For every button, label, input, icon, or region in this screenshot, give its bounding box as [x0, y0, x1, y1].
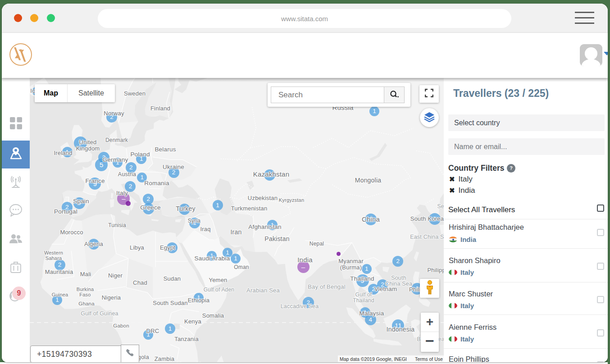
avatar[interactable]	[580, 44, 602, 66]
map-cluster-1[interactable]: 1	[189, 218, 200, 228]
map-cluster-1[interactable]: 1	[143, 330, 153, 340]
filter-chip-label: India	[459, 186, 475, 195]
traveller-name: Aienne Ferriss	[449, 323, 496, 332]
traveller-checkbox[interactable]	[597, 296, 604, 303]
avatar-shoulders	[582, 59, 601, 66]
zoom-window-button[interactable]	[47, 14, 55, 22]
traveller-checkbox[interactable]	[597, 263, 604, 270]
country-filters-heading: Country Filters	[448, 164, 504, 173]
map-cluster-2[interactable]: 2	[126, 162, 137, 173]
browser-chrome: www.sitata.com	[2, 4, 608, 33]
map-cluster-1[interactable]: 1	[88, 239, 99, 250]
map-cluster-6[interactable]: 6	[143, 203, 154, 214]
map-cluster-2[interactable]: 2	[303, 297, 314, 308]
map-cluster-1[interactable]: 1	[362, 264, 372, 274]
map-cluster-1[interactable]: 1	[369, 106, 379, 116]
map-cluster-1[interactable]: 1	[207, 251, 217, 261]
map-pegman-button[interactable]	[420, 279, 439, 298]
broadcast-tower-icon	[9, 175, 23, 191]
filter-chip-india[interactable]: ✖India	[449, 186, 475, 195]
dashboard-grid-icon	[10, 117, 22, 131]
terms-of-use-link[interactable]: Terms of Use	[415, 356, 443, 362]
briefcase-icon	[9, 260, 22, 276]
map-cluster-1[interactable]: 1	[267, 220, 278, 230]
traveller-country: Italy	[460, 268, 474, 276]
filter-chip-label: Italy	[459, 175, 473, 183]
sidebar-item-messages[interactable]	[2, 197, 30, 225]
account-caret-down-icon[interactable]	[604, 52, 608, 55]
map-cluster-1[interactable]: 1	[62, 147, 73, 157]
map-cluster-4[interactable]: 4	[365, 314, 376, 325]
map-type-control: Map Satellite	[35, 84, 115, 102]
row-divider	[444, 314, 608, 315]
traveller-checkbox[interactable]	[597, 361, 604, 363]
select-country-dropdown[interactable]: Select country	[448, 114, 605, 131]
map-marker-purple[interactable]: –	[297, 261, 310, 273]
map-cluster-2[interactable]: 2	[106, 112, 117, 123]
map-type-satellite-button[interactable]: Satellite	[68, 84, 115, 102]
map-cluster-7[interactable]: 7	[74, 136, 87, 150]
zoom-in-button[interactable]: +	[421, 313, 439, 332]
country-filters-help-button[interactable]: ?	[507, 164, 515, 173]
remove-filter-icon[interactable]: ✖	[449, 187, 455, 194]
italy-flag-icon	[449, 303, 457, 309]
map-cluster-9[interactable]: 9	[356, 274, 369, 287]
travellers-panel: Travellers (23 / 225) Select country Nam…	[444, 78, 608, 362]
italy-flag-icon	[449, 336, 457, 342]
zoom-out-button[interactable]: −	[421, 332, 439, 352]
minimize-window-button[interactable]	[30, 14, 38, 22]
map-cluster-2[interactable]: 2	[168, 167, 179, 178]
sitata-logo[interactable]	[9, 43, 32, 66]
sidebar-item-travellers[interactable]	[2, 226, 30, 254]
call-button[interactable]	[121, 345, 139, 362]
sidebar-item-alerts[interactable]	[2, 169, 30, 197]
address-bar[interactable]: www.sitata.com	[98, 9, 511, 28]
close-window-button[interactable]	[14, 14, 22, 22]
map-cluster-3[interactable]: 3	[365, 214, 377, 225]
map-cluster-2[interactable]: 2	[62, 202, 73, 213]
phone-number-input[interactable]: +15194730393	[30, 346, 121, 362]
map-cluster-1[interactable]: 1	[113, 158, 123, 168]
map-search-button[interactable]	[384, 86, 405, 103]
row-divider	[444, 282, 608, 282]
traveller-country: Italy	[460, 335, 474, 343]
browser-menu-button[interactable]	[575, 12, 594, 25]
map-cluster-2[interactable]: 2	[55, 259, 65, 270]
map-cluster-1[interactable]: 1	[213, 200, 223, 210]
map-cluster-9[interactable]: 9	[89, 177, 101, 190]
fullscreen-icon	[425, 89, 433, 99]
map-cluster-2[interactable]: 2	[392, 256, 403, 267]
traveller-country-line: India	[449, 236, 476, 243]
sidebar-item-trips[interactable]	[2, 254, 30, 282]
traveller-checkbox[interactable]	[597, 229, 604, 236]
traveller-country-line: Italy	[449, 302, 474, 309]
map-cluster-11[interactable]: 11	[392, 319, 404, 332]
notification-badge: 9	[12, 287, 26, 300]
sidebar-item-trip-map[interactable]	[2, 141, 30, 168]
layers-icon	[423, 111, 435, 124]
traveller-checkbox[interactable]	[597, 329, 604, 337]
map-cluster-3[interactable]: 3	[73, 197, 85, 209]
select-all-checkbox[interactable]	[597, 205, 604, 212]
map-cluster-1[interactable]: 1	[52, 295, 62, 305]
pegman-icon	[425, 280, 434, 296]
map-cluster-1[interactable]: 1	[231, 254, 241, 264]
sidebar-item-dashboard[interactable]	[2, 110, 30, 138]
map-type-map-button[interactable]: Map	[35, 84, 68, 102]
map-cluster-5[interactable]: 5	[95, 159, 108, 171]
name-email-search-input[interactable]: Name or email...	[448, 138, 605, 155]
travellers-panel-title: Travellers (23 / 225)	[453, 87, 549, 100]
map-search-input[interactable]: Search	[271, 86, 384, 103]
india-flag-icon	[449, 237, 457, 242]
map-fullscreen-button[interactable]	[419, 85, 439, 103]
map-cluster-2[interactable]: 2	[125, 181, 136, 192]
search-icon	[389, 90, 399, 100]
map-layers-button[interactable]	[420, 108, 439, 127]
map-cluster-1[interactable]: 1	[194, 293, 204, 303]
filter-chip-italy[interactable]: ✖Italy	[449, 175, 473, 184]
remove-filter-icon[interactable]: ✖	[449, 175, 455, 183]
map-cluster-3[interactable]: 3	[179, 204, 190, 215]
phone-number-value: +15194730393	[31, 350, 92, 359]
traveller-country-line: Italy	[449, 268, 474, 276]
map-canvas[interactable]: IcelandSwedenFinlandNorwayRussiaDenmarkU…	[30, 78, 444, 362]
